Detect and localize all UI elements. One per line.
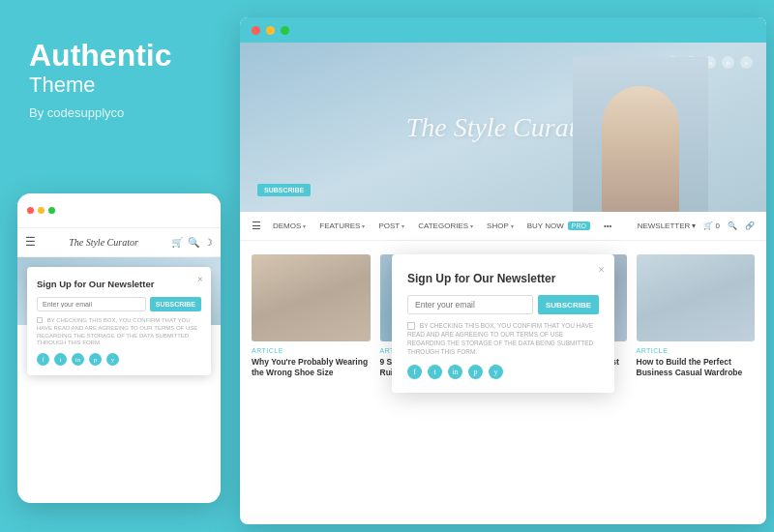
theme-by: By codesupplyco bbox=[29, 105, 203, 120]
desktop-hero-logo: The Style Curator bbox=[406, 112, 601, 143]
mobile-newsletter-popup: × Sign Up for Our Newsletter SUBSCRIBE B… bbox=[27, 267, 211, 375]
desktop-content: ARTICLE Why You're Probably Wearing the … bbox=[240, 241, 766, 399]
desktop-hero-youtube-icon[interactable]: y bbox=[740, 56, 753, 69]
mobile-dot-yellow[interactable] bbox=[38, 207, 45, 214]
mobile-mockup: ☰ The Style Curator 🛒 🔍 ☽ × Sign Up for … bbox=[17, 193, 221, 503]
desktop-nav-items: DEMOS ▾ FEATURES ▾ POST ▾ CATEGORIES ▾ S… bbox=[273, 222, 638, 230]
mobile-newsletter-title: Sign Up for Our Newsletter bbox=[37, 279, 201, 289]
desktop-newsletter-email-input[interactable] bbox=[407, 295, 533, 314]
desktop-mockup: SUBSCRIBE f t in p y The Style Curator ☰… bbox=[240, 17, 766, 524]
mobile-newsletter-checkbox[interactable] bbox=[37, 317, 43, 323]
mobile-nav-icons: 🛒 🔍 ☽ bbox=[171, 237, 213, 248]
mobile-youtube-icon[interactable]: y bbox=[106, 353, 119, 366]
desktop-hero-person-silhouette bbox=[602, 86, 679, 212]
desktop-nav-demos[interactable]: DEMOS ▾ bbox=[273, 222, 306, 230]
mobile-social-icons: f t in p y bbox=[37, 353, 201, 366]
desktop-hamburger-icon[interactable]: ☰ bbox=[252, 220, 261, 232]
desktop-nav-more[interactable]: ••• bbox=[604, 222, 611, 230]
desktop-nav-right: NEWSLETTER ▾ 🛒 0 🔍 🔗 bbox=[638, 222, 755, 230]
desktop-hero-pinterest-icon[interactable]: p bbox=[722, 56, 734, 69]
desktop-newsletter-terms: BY CHECKING THIS BOX, YOU CONFIRM THAT Y… bbox=[407, 321, 599, 357]
desktop-dot-yellow[interactable] bbox=[266, 26, 275, 35]
desktop-newsletter-popup: × Sign Up for Our Newsletter SUBSCRIBE B… bbox=[392, 254, 614, 393]
desktop-nav-categories[interactable]: CATEGORIES ▾ bbox=[418, 222, 473, 230]
desktop-newsletter-title: Sign Up for Our Newsletter bbox=[407, 272, 599, 285]
mobile-newsletter-subscribe-button[interactable]: SUBSCRIBE bbox=[150, 297, 201, 311]
desktop-newsletter-social-icons: f t in p y bbox=[407, 365, 599, 379]
desktop-dot-green[interactable] bbox=[281, 26, 289, 35]
mobile-moon-icon[interactable]: ☽ bbox=[204, 237, 213, 248]
desktop-article-image-4 bbox=[637, 254, 756, 341]
desktop-nav-features[interactable]: FEATURES ▾ bbox=[319, 222, 365, 230]
desktop-newsletter-close-button[interactable]: × bbox=[598, 262, 605, 278]
desktop-article-title-4: How to Build the Perfect Business Casual… bbox=[637, 357, 756, 378]
mobile-dot-green[interactable] bbox=[48, 207, 55, 214]
mobile-newsletter-terms: BY CHECKING THIS BOX, YOU CONFIRM THAT Y… bbox=[37, 317, 201, 347]
theme-title-bold: Authentic bbox=[29, 39, 203, 73]
desktop-nl-facebook-icon[interactable]: f bbox=[407, 365, 422, 379]
desktop-article-image-1 bbox=[252, 254, 371, 341]
desktop-article-title-1: Why You're Probably Wearing the Wrong Sh… bbox=[252, 357, 371, 378]
desktop-nav-link-icon[interactable]: 🔗 bbox=[745, 222, 755, 230]
desktop-newsletter-checkbox[interactable] bbox=[407, 322, 415, 330]
mobile-logo: The Style Curator bbox=[69, 237, 138, 248]
desktop-nav-buynow[interactable]: BUY NOW PRO bbox=[527, 222, 590, 230]
mobile-cart-icon[interactable]: 🛒 bbox=[171, 237, 183, 248]
desktop-article-1: ARTICLE Why You're Probably Wearing the … bbox=[252, 254, 371, 378]
desktop-dot-red[interactable] bbox=[252, 26, 260, 35]
desktop-top-bar bbox=[240, 17, 766, 43]
desktop-nav-post[interactable]: POST ▾ bbox=[378, 222, 404, 230]
theme-title-light: Theme bbox=[29, 73, 203, 98]
desktop-newsletter-subscribe-button[interactable]: SUBSCRIBE bbox=[538, 295, 599, 314]
desktop-newsletter-form: SUBSCRIBE bbox=[407, 295, 599, 314]
desktop-nav-shop[interactable]: SHOP ▾ bbox=[487, 222, 514, 230]
desktop-nl-instagram-icon[interactable]: in bbox=[448, 365, 462, 379]
desktop-nav-cart-icon[interactable]: 🛒 0 bbox=[703, 222, 720, 230]
desktop-article-tag-1: ARTICLE bbox=[252, 347, 371, 354]
desktop-nl-pinterest-icon[interactable]: p bbox=[468, 365, 483, 379]
mobile-nav: ☰ The Style Curator 🛒 🔍 ☽ bbox=[17, 228, 221, 257]
mobile-hamburger-icon[interactable]: ☰ bbox=[25, 235, 36, 250]
mobile-dot-red[interactable] bbox=[27, 207, 34, 214]
mobile-pinterest-icon[interactable]: p bbox=[89, 353, 102, 366]
desktop-article-tag-4: ARTICLE bbox=[637, 347, 756, 354]
mobile-search-icon[interactable]: 🔍 bbox=[188, 237, 199, 248]
desktop-nl-twitter-icon[interactable]: t bbox=[428, 365, 442, 379]
mobile-newsletter-form: SUBSCRIBE bbox=[37, 297, 201, 311]
desktop-nl-youtube-icon[interactable]: y bbox=[489, 365, 503, 379]
desktop-hero-cta-button[interactable]: SUBSCRIBE bbox=[257, 184, 311, 196]
desktop-nav-search-icon[interactable]: 🔍 bbox=[728, 222, 737, 230]
mobile-instagram-icon[interactable]: in bbox=[72, 353, 84, 366]
desktop-nav-newsletter[interactable]: NEWSLETTER ▾ bbox=[638, 222, 697, 230]
mobile-twitter-icon[interactable]: t bbox=[54, 353, 67, 366]
mobile-top-bar bbox=[17, 193, 221, 228]
desktop-hero-person-image bbox=[573, 57, 708, 212]
desktop-article-4: ARTICLE How to Build the Perfect Busines… bbox=[637, 254, 756, 378]
desktop-nav: ☰ DEMOS ▾ FEATURES ▾ POST ▾ CATEGORIES ▾… bbox=[240, 212, 766, 241]
mobile-newsletter-close-button[interactable]: × bbox=[197, 273, 203, 284]
mobile-facebook-icon[interactable]: f bbox=[37, 353, 49, 366]
desktop-nav-pro-badge: PRO bbox=[568, 222, 590, 230]
mobile-window-dots bbox=[27, 207, 55, 214]
desktop-hero: SUBSCRIBE f t in p y The Style Curator bbox=[240, 43, 766, 212]
mobile-newsletter-email-input[interactable] bbox=[37, 297, 146, 311]
